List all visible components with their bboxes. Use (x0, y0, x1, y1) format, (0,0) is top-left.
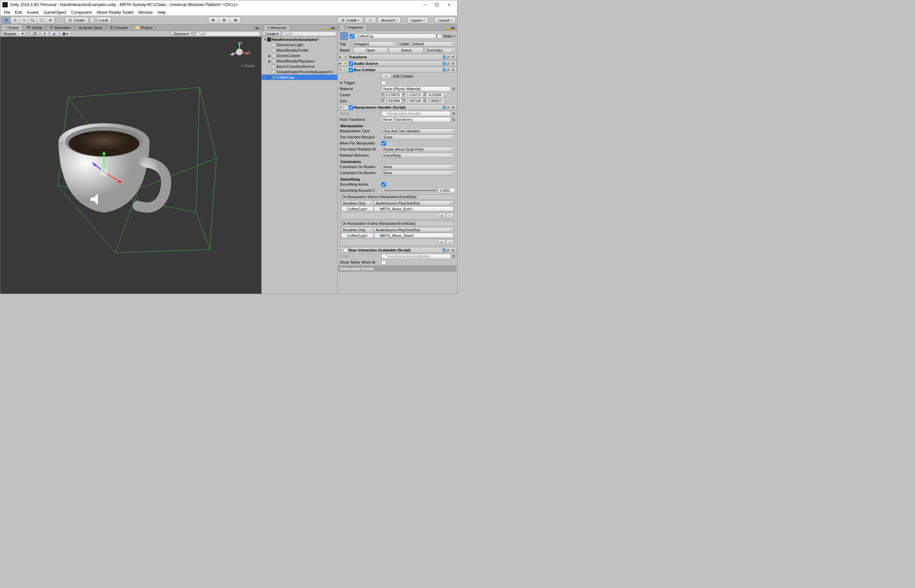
size-x[interactable] (385, 99, 402, 103)
size-y[interactable] (406, 99, 423, 103)
center-y[interactable] (406, 92, 423, 97)
event-target-field[interactable]: 📄CoffeeCup ⊙ (341, 206, 373, 211)
tab-project[interactable]: 📁Project (131, 24, 156, 31)
shading-mode-dropdown[interactable]: Shaded▾ (2, 31, 25, 36)
tab-asset-store[interactable]: 🛍Asset Store (74, 25, 106, 31)
tab-game[interactable]: 🎮Game (23, 24, 46, 31)
constraint-rotation-dropdown[interactable]: None (382, 165, 455, 170)
pivot-center-button[interactable]: Center (65, 17, 89, 24)
preset-icon[interactable]: ⇄ (447, 105, 451, 109)
event-runtime-dropdown[interactable]: Runtime Only (341, 227, 373, 232)
menu-window[interactable]: Window (136, 10, 155, 16)
menu-gameobject[interactable]: GameObject (42, 10, 68, 16)
menu-mrtk[interactable]: Mixed Reality Toolkit (95, 10, 136, 16)
help-icon[interactable]: 📘 (442, 105, 446, 109)
gizmos-dropdown[interactable]: Gizmos ▾ (171, 31, 191, 36)
event-remove-button[interactable]: − (446, 213, 453, 218)
size-z[interactable] (427, 99, 444, 103)
tree-item[interactable]: Directional Light (262, 42, 337, 48)
audio-source-component-header[interactable]: ▶ Audio Source 📘⇄⚙ (338, 60, 456, 66)
tree-item[interactable]: ▶MixedRealityPlayspace (262, 58, 337, 64)
near-interaction-component-header[interactable]: ▼ Near Interaction Grabbable (Script) 📘⇄… (338, 247, 456, 253)
tree-item-selected[interactable]: ▶CoffeeCup (262, 74, 337, 80)
overrides-dropdown[interactable]: Overrides (425, 48, 455, 53)
effects-toggle-icon[interactable]: ▦ ▾ (60, 31, 71, 36)
preset-icon[interactable]: ⇄ (447, 248, 451, 252)
persp-label[interactable]: ≡ Persp (242, 64, 255, 68)
audio-toggle-icon[interactable]: 🔊 (50, 31, 59, 36)
orientation-gizmo[interactable]: y x (228, 40, 251, 64)
menu-component[interactable]: Component (69, 10, 94, 16)
pause-button[interactable] (219, 17, 230, 24)
event-function-dropdown[interactable]: AudioSource.PlayOneShot (374, 227, 453, 232)
inspector-tab[interactable]: ⓘInspector (339, 25, 367, 31)
audio-enabled-checkbox[interactable] (349, 61, 353, 66)
object-picker-icon[interactable]: ⊙ (452, 118, 455, 122)
help-icon[interactable]: 📘 (442, 55, 446, 59)
pane-menu-icon[interactable]: ▾≡ (255, 26, 261, 31)
event-arg-field[interactable]: 📄MRTK_Move_End ⊙ (374, 206, 453, 211)
hierarchy-create-button[interactable]: Create ▾ (263, 31, 281, 36)
event-function-dropdown[interactable]: AudioSource.PlayOneShot (374, 200, 453, 205)
window-close-button[interactable] (443, 0, 455, 9)
2d-toggle[interactable]: 2D (31, 31, 39, 36)
scene-view[interactable]: y x ≡ Persp (0, 37, 261, 294)
scene-search[interactable]: 🔍All (196, 31, 260, 36)
help-icon[interactable]: 📘 (442, 68, 446, 72)
menu-file[interactable]: File (2, 10, 12, 16)
transform-tool-icon[interactable] (46, 17, 55, 24)
play-button[interactable] (209, 17, 219, 24)
scale-tool-icon[interactable] (28, 17, 37, 24)
host-transform-field[interactable]: None (Transform) (382, 117, 451, 122)
collider-enabled-checkbox[interactable] (349, 68, 353, 72)
gameobject-active-checkbox[interactable] (350, 34, 354, 39)
scene-root[interactable]: ▼HandInteractionExamples* (262, 37, 337, 42)
smoothing-active-checkbox[interactable] (382, 182, 386, 187)
tree-item[interactable]: MixedRealityToolkit (262, 48, 337, 53)
preset-icon[interactable]: ⇄ (447, 55, 451, 59)
hand-tool-icon[interactable] (2, 17, 11, 24)
tag-dropdown[interactable]: Untagged (351, 42, 396, 47)
two-handed-dropdown[interactable]: Scale (382, 135, 455, 140)
menu-help[interactable]: Help (155, 10, 168, 16)
transform-component-header[interactable]: ▶ Transform 📘⇄⚙ (338, 54, 456, 60)
tree-item[interactable]: ▶SceneContent (262, 53, 337, 58)
settings-icon[interactable]: ⚙ (451, 61, 456, 66)
help-icon[interactable]: 📘 (442, 61, 446, 66)
event-runtime-dropdown[interactable]: Runtime Only (341, 200, 373, 205)
center-z[interactable] (427, 92, 444, 97)
event-add-button[interactable]: + (438, 213, 445, 218)
layer-dropdown[interactable]: Default (410, 42, 455, 47)
window-maximize-button[interactable] (431, 0, 443, 9)
menu-assets[interactable]: Assets (25, 10, 41, 16)
help-icon[interactable]: 📘 (442, 248, 446, 252)
event-target-field[interactable]: 📄CoffeeCup ⊙ (341, 233, 373, 238)
tree-item[interactable]: GlobalShaderProximityAssignerFo (262, 69, 337, 74)
manip-enabled-checkbox[interactable] (349, 105, 353, 110)
material-field[interactable]: None (Physic Material) (382, 86, 451, 92)
cloud-button[interactable] (365, 17, 376, 24)
select-prefab-button[interactable]: Select (389, 47, 424, 53)
event-add-button[interactable]: + (438, 240, 445, 245)
constraint-movement-dropdown[interactable]: None (382, 170, 455, 176)
preset-icon[interactable]: ⇄ (447, 68, 451, 72)
settings-icon[interactable]: ⚙ (451, 105, 456, 109)
center-x[interactable] (385, 92, 402, 97)
settings-icon[interactable]: ⚙ (451, 248, 456, 252)
layout-dropdown[interactable]: Layout (435, 17, 456, 24)
tab-console[interactable]: ☰Console (106, 24, 131, 31)
event-remove-button[interactable]: − (446, 240, 453, 245)
release-behavior-dropdown[interactable]: Everything (382, 153, 455, 158)
object-picker-icon[interactable]: ⊙ (452, 111, 455, 116)
box-collider-component-header[interactable]: ▼ Box Collider 📘⇄⚙ (338, 67, 456, 73)
tab-scene[interactable]: ⌗Scene (2, 24, 23, 31)
inspector-lock-icon[interactable]: 🔒 ▾≡ (443, 26, 457, 31)
menu-edit[interactable]: Edit (13, 10, 24, 16)
object-picker-icon[interactable]: ⊙ (452, 254, 455, 258)
hierarchy-search[interactable]: 🔍All (282, 31, 336, 36)
one-hand-rot-dropdown[interactable]: Rotate About Grab Point (382, 147, 455, 152)
manipulation-handler-component-header[interactable]: ▼ Manipulation Handler (Script) 📘⇄⚙ (338, 104, 456, 110)
smoothing-value[interactable] (438, 188, 455, 193)
open-prefab-button[interactable]: Open (353, 47, 388, 53)
move-tool-icon[interactable] (11, 17, 19, 24)
